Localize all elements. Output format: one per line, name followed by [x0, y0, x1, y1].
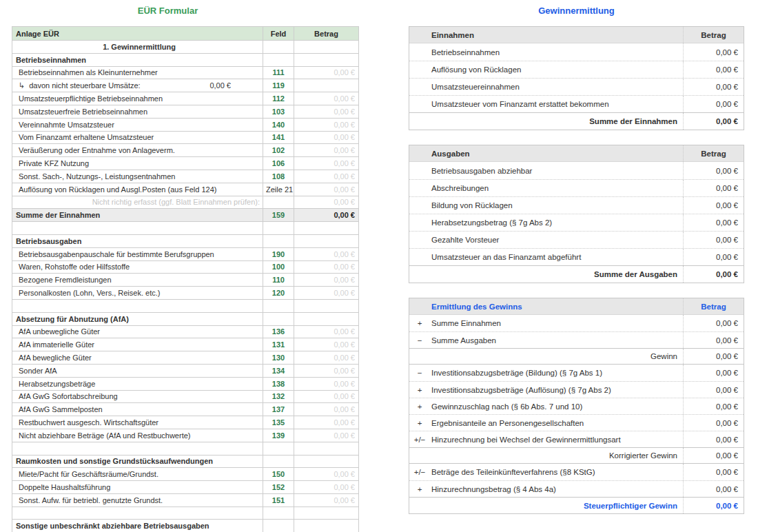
table-row: − Investitionsabzugsbeträge (Bildung) (§…	[409, 365, 744, 381]
feld-code: 140	[263, 118, 294, 131]
total-label: Steuerpflichtiger Gewinn	[409, 498, 683, 513]
row-label: Herabsetzungsbetrag (§ 7g Abs 2)	[409, 214, 683, 231]
betrag-cell[interactable]: 0,00 €	[294, 287, 359, 300]
table-row: Abschreibungen 0,00 €	[409, 179, 744, 196]
betrag-cell[interactable]: 0,00 €	[294, 92, 359, 105]
betrag-cell[interactable]: 0,00 €	[294, 481, 359, 494]
betrag-header-label: Betrag	[683, 27, 744, 43]
row-label: Auflösung von Rücklagen	[409, 61, 683, 78]
feld-code: 119	[263, 79, 294, 92]
plus-sign: +	[409, 398, 430, 414]
plus-sign: +	[409, 481, 430, 497]
betrag-cell	[294, 79, 359, 92]
item-row: Vom Finanzamt erhaltene Umsatzsteuer 141…	[12, 131, 359, 144]
feld-code: 108	[263, 170, 294, 183]
row-label: Sonst. Sach-, Nutzungs-, Leistungsentnah…	[12, 170, 263, 183]
row-label: Investitionsabzugsbeträge (Auflösung) (§…	[430, 382, 683, 398]
betrag-cell[interactable]: 0,00 €	[294, 66, 359, 79]
row-label: davon nicht steuerbare Umsätze:	[29, 81, 140, 90]
table-row: Herabsetzungsbetrag (§ 7g Abs 2) 0,00 €	[409, 214, 744, 231]
feld-code: 111	[263, 66, 294, 79]
feld-code: 110	[263, 274, 294, 287]
betrag-cell[interactable]: 0,00 €	[294, 274, 359, 287]
row-label: Betriebseinnahmen als Kleinunternehmer	[12, 66, 263, 79]
item-row: Bezogene Fremdleistungen 110 0,00 €	[12, 274, 359, 287]
feld-code: 132	[263, 390, 294, 403]
betrag-cell[interactable]: 0,00 €	[294, 377, 359, 390]
feld-code: 102	[263, 144, 294, 157]
betrag-cell[interactable]: 0,00 €	[294, 183, 359, 196]
total-value: 0,00 €	[683, 113, 744, 130]
betrag-cell[interactable]: 0,00 €	[294, 118, 359, 131]
row-value: 0,00 €	[683, 382, 744, 398]
spacer-cell	[12, 442, 263, 455]
betrag-cell[interactable]: 0,00 €	[294, 403, 359, 416]
row-label: Nicht abziehbare Beträge (AfA und Restbu…	[12, 429, 263, 442]
table-row: + Investitionsabzugsbeträge (Auflösung) …	[409, 381, 744, 398]
betrag-cell[interactable]: 0,00 €	[294, 493, 359, 507]
row-value: 0,00 €	[683, 332, 744, 348]
total-row-summe-einnahmen: Summe der Einnahmen 159 0,00 €	[12, 209, 359, 222]
row-label: Herabsetzungsbeträge	[12, 377, 263, 390]
item-row: AfA unbewegliche Güter 136 0,00 €	[12, 325, 359, 338]
total-label: Summe der Einnahmen	[409, 113, 683, 130]
betrag-cell[interactable]: 0,00 €	[294, 144, 359, 157]
row-label: Umsatzsteuereinnahmen	[409, 79, 683, 95]
row-label: Sonst. Aufw. für betriebl. genutzte Grun…	[12, 493, 263, 507]
spacer-row	[12, 442, 359, 455]
spacer-cell	[12, 222, 263, 235]
column-header-anlage-eur: Anlage EÜR	[12, 27, 263, 41]
section-label: Absetzung für Abnutzung (AfA)	[12, 312, 263, 325]
betrag-cell[interactable]: 0,00 €	[294, 429, 359, 442]
table-row: + Hinzurechnungsbetrag (§ 4 Abs 4a) 0,00…	[409, 480, 744, 497]
section-row: Raumkosten und sonstige Grundstücksaufwe…	[12, 455, 359, 468]
betrag-cell[interactable]: 0,00 €	[294, 247, 359, 260]
feld-code: 190	[263, 247, 294, 260]
table-row: Umsatzsteuer vom Finanzamt erstattet bek…	[409, 95, 744, 112]
subtitle-label: 1. Gewinnermittlung	[12, 41, 263, 54]
row-label: AfA immaterielle Güter	[12, 338, 263, 351]
row-value: 0,00 €	[683, 398, 744, 414]
total-label: Summe der Einnahmen	[12, 209, 263, 222]
betrag-cell[interactable]: 0,00 €	[294, 351, 359, 365]
item-row: Betriebsausgabenpauschale für bestimmte …	[12, 247, 359, 260]
table-row: + Gewinnzuschlag nach (§ 6b Abs. 7 und 1…	[409, 398, 744, 414]
inline-amount[interactable]: 0,00 €	[209, 81, 260, 90]
betrag-cell[interactable]: 0,00 €	[294, 105, 359, 118]
betrag-cell[interactable]: 0,00 €	[294, 131, 359, 144]
row-label: AfA bewegliche Güter	[12, 351, 263, 365]
row-value: 0,00 €	[683, 61, 744, 78]
betrag-cell[interactable]: 0,00 €	[294, 170, 359, 183]
eur-formular-table: Anlage EÜR Feld Betrag 1. Gewinnermittlu…	[12, 26, 359, 532]
betrag-cell[interactable]: 0,00 €	[294, 157, 359, 170]
betrag-cell[interactable]: 0,00 €	[294, 260, 359, 274]
total-label: Summe der Ausgaben	[409, 266, 683, 283]
row-value: 0,00 €	[683, 365, 744, 381]
table-row: Umsatzsteuereinnahmen 0,00 €	[409, 78, 744, 95]
feld-code: 137	[263, 403, 294, 416]
item-row: AfA GwG Sofortabschreibung 132 0,00 €	[12, 390, 359, 403]
spacer-cell	[294, 507, 359, 520]
table-header-row: Anlage EÜR Feld Betrag	[12, 27, 359, 41]
column-header-feld: Feld	[263, 27, 294, 41]
betrag-cell[interactable]: 0,00 €	[294, 390, 359, 403]
row-value: 0,00 €	[683, 214, 744, 231]
row-value: 0,00 €	[683, 79, 744, 95]
betrag-cell[interactable]: 0,00 €	[294, 364, 359, 377]
row-label: Vereinnahmte Umsatzsteuer	[12, 118, 263, 131]
subtotal-row-korrigierter-gewinn: Korrigierter Gewinn 0,00 €	[409, 447, 744, 464]
feld-cell	[263, 455, 294, 468]
feld-code: 103	[263, 105, 294, 118]
betrag-cell[interactable]: 0,00 €	[294, 468, 359, 481]
row-value: 0,00 €	[683, 197, 744, 214]
betrag-cell[interactable]: 0,00 €	[294, 338, 359, 351]
betrag-cell[interactable]: 0,00 €	[294, 416, 359, 429]
section-label: Betriebsausgaben	[12, 234, 263, 247]
item-row: Umsatzsteuerpflichtige Betriebseinnahmen…	[12, 92, 359, 105]
item-row: Veräußerung oder Entnahme von Anlageverm…	[12, 144, 359, 157]
table-row: Auflösung von Rücklagen 0,00 €	[409, 61, 744, 78]
subtotal-label: Korrigierter Gewinn	[409, 448, 683, 463]
row-label: Betriebsausgabenpauschale für bestimmte …	[12, 247, 263, 260]
spacer-cell	[12, 507, 263, 520]
betrag-cell[interactable]: 0,00 €	[294, 325, 359, 338]
